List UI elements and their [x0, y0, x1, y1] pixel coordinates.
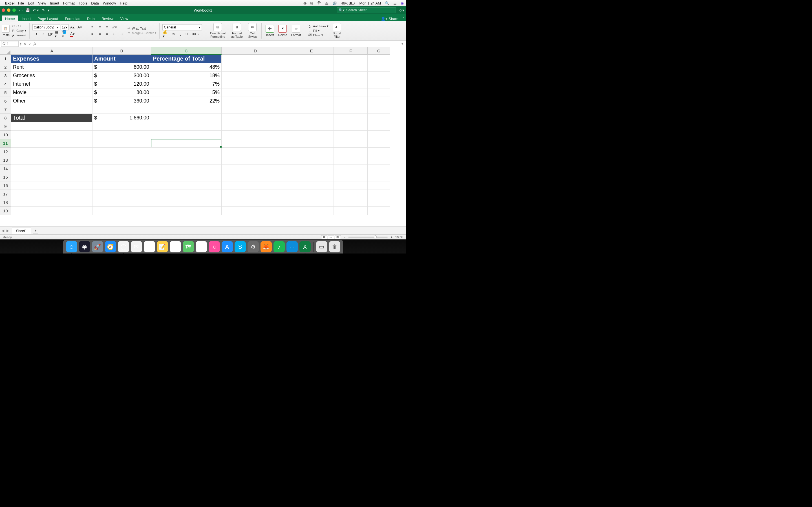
row-header-13[interactable]: 13: [0, 156, 11, 165]
minimize-button[interactable]: [7, 8, 10, 12]
menu-tools[interactable]: Tools: [79, 1, 87, 5]
search-sheet-input[interactable]: 🔍▾ Search Sheet: [337, 7, 396, 13]
redo-icon[interactable]: ↷: [42, 8, 45, 12]
cell[interactable]: [334, 122, 368, 131]
autosave-icon[interactable]: ▭: [19, 8, 22, 12]
expense-amount[interactable]: $300.00: [93, 71, 151, 80]
expense-label[interactable]: Movie: [11, 89, 93, 97]
expense-amount[interactable]: $120.00: [93, 80, 151, 89]
increase-font-icon[interactable]: A▴: [69, 24, 76, 31]
cell[interactable]: [93, 181, 151, 190]
font-name-dropdown[interactable]: Calibri (Body)▾: [33, 24, 60, 31]
row-header-19[interactable]: 19: [0, 207, 11, 215]
row-header-6[interactable]: 6: [0, 97, 11, 105]
page-layout-view-icon[interactable]: ▭: [328, 235, 334, 239]
dock-finder-icon[interactable]: ☺: [66, 241, 77, 252]
cell[interactable]: [221, 55, 289, 63]
cell[interactable]: [11, 181, 93, 190]
cell[interactable]: [289, 139, 334, 148]
header-expenses[interactable]: Expenses: [11, 55, 93, 63]
dock-notes-icon[interactable]: 📝: [157, 241, 168, 252]
dock-photos-icon[interactable]: ✿: [196, 241, 207, 252]
cell[interactable]: [151, 139, 221, 148]
next-sheet-icon[interactable]: ▶: [6, 229, 9, 233]
battery-status[interactable]: 46%: [341, 1, 355, 5]
cell[interactable]: [368, 63, 390, 71]
cell[interactable]: [334, 181, 368, 190]
cell[interactable]: [334, 97, 368, 105]
eject-icon[interactable]: ⏏: [325, 1, 328, 5]
row-header-10[interactable]: 10: [0, 131, 11, 139]
dock-safari-icon[interactable]: 🧭: [105, 241, 116, 252]
cell[interactable]: [151, 122, 221, 131]
cell[interactable]: [11, 190, 93, 198]
dock-firefox-icon[interactable]: 🦊: [260, 241, 272, 252]
share-button[interactable]: 👤+ Share: [381, 17, 400, 21]
cell[interactable]: [221, 63, 289, 71]
cell[interactable]: [289, 89, 334, 97]
cell[interactable]: [11, 139, 93, 148]
expense-percentage[interactable]: 48%: [151, 63, 221, 71]
menu-window[interactable]: Window: [103, 1, 116, 5]
expense-percentage[interactable]: 7%: [151, 80, 221, 89]
row-header-18[interactable]: 18: [0, 198, 11, 207]
cell[interactable]: [11, 173, 93, 181]
cell[interactable]: [334, 198, 368, 207]
expense-label[interactable]: Rent: [11, 63, 93, 71]
cell[interactable]: [368, 139, 390, 148]
cell[interactable]: [368, 80, 390, 89]
menu-format[interactable]: Format: [63, 1, 75, 5]
row-header-16[interactable]: 16: [0, 181, 11, 190]
cell[interactable]: [289, 131, 334, 139]
fill-button[interactable]: ↓Fill ▾: [308, 29, 328, 33]
menu-edit[interactable]: Edit: [28, 1, 34, 5]
insert-cells-button[interactable]: ➕Insert: [264, 25, 275, 37]
expense-label[interactable]: Groceries: [11, 71, 93, 80]
cell[interactable]: [368, 148, 390, 156]
dock-reminders-icon[interactable]: ☑: [170, 241, 181, 252]
cell[interactable]: [368, 89, 390, 97]
expense-amount[interactable]: $800.00: [93, 63, 151, 71]
align-left-icon[interactable]: ≡: [89, 31, 96, 37]
cell[interactable]: [334, 156, 368, 165]
cancel-formula-icon[interactable]: ✕: [23, 42, 26, 46]
cell[interactable]: [368, 190, 390, 198]
cell[interactable]: [221, 97, 289, 105]
col-header-A[interactable]: A: [11, 47, 93, 55]
align-bottom-icon[interactable]: ≡: [104, 24, 110, 31]
close-button[interactable]: [2, 8, 5, 12]
prev-sheet-icon[interactable]: ◀: [2, 229, 4, 233]
cell[interactable]: [221, 148, 289, 156]
cell[interactable]: [93, 148, 151, 156]
cell[interactable]: [93, 173, 151, 181]
col-header-B[interactable]: B: [93, 47, 151, 55]
normal-view-icon[interactable]: ▦: [321, 235, 327, 239]
page-break-view-icon[interactable]: ▥: [335, 235, 341, 239]
cell[interactable]: [334, 207, 368, 215]
cc-icon[interactable]: ◎: [303, 1, 306, 5]
save-icon[interactable]: 💾: [26, 8, 30, 12]
paste-button[interactable]: 📋 Paste: [2, 25, 10, 37]
autosum-button[interactable]: ∑AutoSum ▾: [308, 24, 328, 28]
cell[interactable]: [334, 190, 368, 198]
cell[interactable]: [289, 156, 334, 165]
cell[interactable]: [334, 55, 368, 63]
cell[interactable]: [221, 139, 289, 148]
dock-ziptool-icon[interactable]: ▭: [316, 241, 327, 252]
row-header-9[interactable]: 9: [0, 122, 11, 131]
expense-amount[interactable]: $80.00: [93, 89, 151, 97]
row-header-17[interactable]: 17: [0, 190, 11, 198]
ribbon-tab-review[interactable]: Review: [98, 15, 117, 22]
cell[interactable]: [221, 71, 289, 80]
dock-siri-icon[interactable]: ◉: [79, 241, 90, 252]
cell[interactable]: [334, 80, 368, 89]
row-header-14[interactable]: 14: [0, 165, 11, 173]
total-amount[interactable]: $1,660.00: [93, 114, 151, 122]
undo-icon[interactable]: ↶ ▾: [33, 8, 39, 12]
cell[interactable]: [368, 165, 390, 173]
volume-icon[interactable]: 🔊: [333, 1, 337, 5]
number-format-dropdown[interactable]: General▾: [162, 24, 202, 31]
cell[interactable]: [334, 105, 368, 114]
sort-filter-button[interactable]: A↓Sort & Filter: [330, 23, 344, 38]
cell[interactable]: [221, 114, 289, 122]
